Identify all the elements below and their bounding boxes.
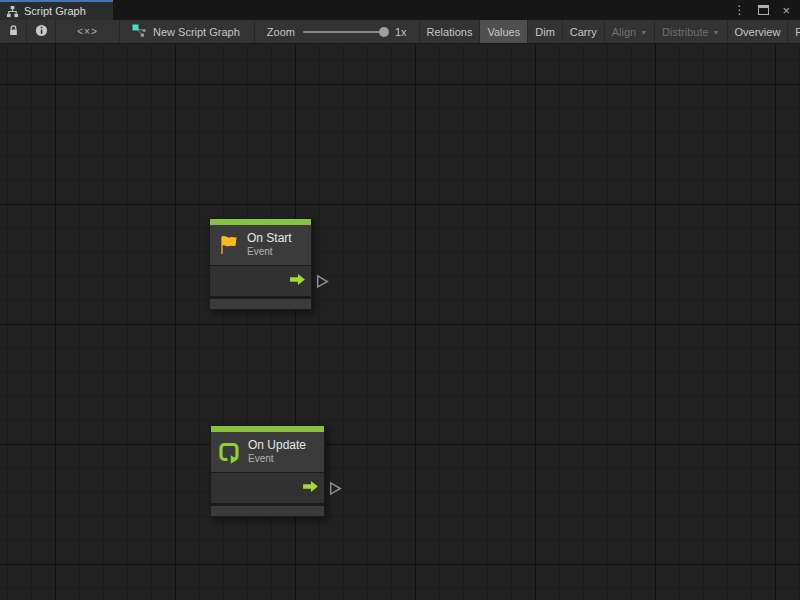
node-subtitle: Event xyxy=(247,246,292,259)
button-label: Carry xyxy=(570,26,597,38)
button-label: Distribute xyxy=(662,26,708,38)
node-subtitle: Event xyxy=(248,453,306,466)
button-label: Overview xyxy=(735,26,781,38)
toolbar-button-relations[interactable]: Relations xyxy=(419,20,480,43)
graph-network-icon xyxy=(132,24,146,40)
toolbar-button-carry[interactable]: Carry xyxy=(562,20,604,43)
flow-port-triangle[interactable] xyxy=(329,481,342,496)
button-label: Full Screen xyxy=(795,26,800,38)
graph-toolbar: <×> New Script Graph Zoom 1x Relations xyxy=(0,20,800,44)
script-graph-window: Script Graph ⋮ × xyxy=(0,0,800,600)
tab-bar-spacer xyxy=(113,0,733,20)
node-on-start[interactable]: On Start Event xyxy=(209,218,312,310)
maximize-icon[interactable] xyxy=(758,5,769,15)
toolbar-button-full-screen[interactable]: Full Screen xyxy=(787,20,800,43)
loop-icon xyxy=(217,440,241,464)
flow-output-arrow-icon[interactable] xyxy=(301,479,320,497)
graph-hierarchy-icon xyxy=(6,5,19,18)
button-label: Relations xyxy=(427,26,473,38)
overflow-menu-icon[interactable]: ⋮ xyxy=(733,4,745,16)
zoom-value: 1x xyxy=(395,26,407,38)
tab-script-graph[interactable]: Script Graph xyxy=(0,0,113,20)
node-title: On Update xyxy=(248,438,306,453)
info-button[interactable] xyxy=(27,20,56,43)
code-toggle-label: <×> xyxy=(77,26,98,37)
button-label: Dim xyxy=(535,26,555,38)
node-on-update[interactable]: On Update Event xyxy=(210,425,325,517)
graph-canvas[interactable]: On Start Event xyxy=(0,44,800,600)
toolbar-button-dim[interactable]: Dim xyxy=(527,20,562,43)
toolbar-button-values[interactable]: Values xyxy=(479,20,527,43)
node-title: On Start xyxy=(247,231,292,246)
new-script-graph-label: New Script Graph xyxy=(153,26,240,38)
window-controls: ⋮ × xyxy=(733,0,800,20)
node-header: On Start Event xyxy=(210,225,311,265)
zoom-slider-handle[interactable] xyxy=(379,27,389,37)
tab-bar: Script Graph ⋮ × xyxy=(0,0,800,20)
info-icon xyxy=(35,24,48,39)
node-titles: On Update Event xyxy=(248,438,306,466)
toolbar-button-distribute: Distribute ▼ xyxy=(654,20,726,43)
chevron-down-icon: ▼ xyxy=(640,29,647,36)
flow-port-triangle[interactable] xyxy=(316,274,329,289)
lock-icon xyxy=(8,24,19,39)
flag-icon xyxy=(216,233,240,257)
zoom-control: Zoom 1x xyxy=(255,20,419,43)
chevron-down-icon: ▼ xyxy=(713,29,720,36)
tab-label: Script Graph xyxy=(24,5,86,17)
button-label: Values xyxy=(487,26,520,38)
lock-button[interactable] xyxy=(0,20,27,43)
node-titles: On Start Event xyxy=(247,231,292,259)
flow-output-arrow-icon[interactable] xyxy=(288,272,307,290)
node-port-row xyxy=(210,266,311,296)
node-footer xyxy=(211,506,324,516)
close-icon[interactable]: × xyxy=(782,4,790,17)
toolbar-button-align: Align ▼ xyxy=(604,20,654,43)
node-header: On Update Event xyxy=(211,432,324,472)
node-footer xyxy=(210,299,311,309)
toolbar-button-overview[interactable]: Overview xyxy=(727,20,788,43)
zoom-label: Zoom xyxy=(267,26,295,38)
new-script-graph-button[interactable]: New Script Graph xyxy=(120,20,255,43)
code-toggle-button[interactable]: <×> xyxy=(56,20,120,43)
node-port-row xyxy=(211,473,324,503)
zoom-slider[interactable] xyxy=(303,31,387,33)
button-label: Align xyxy=(612,26,636,38)
